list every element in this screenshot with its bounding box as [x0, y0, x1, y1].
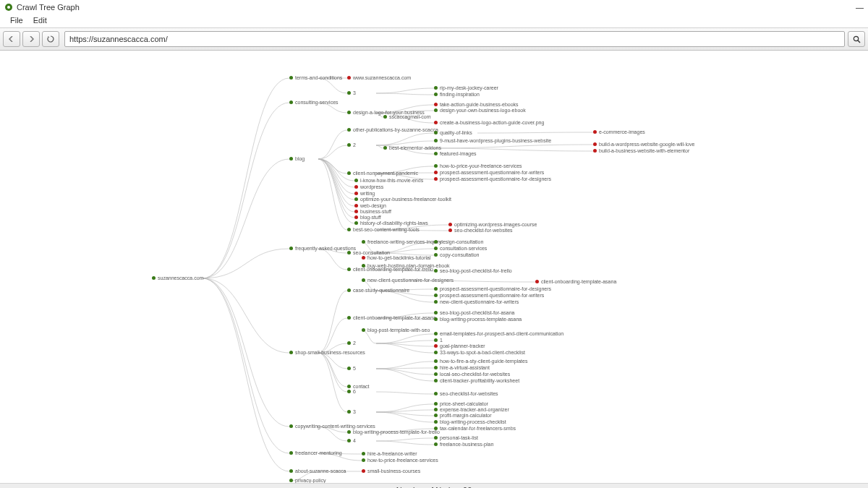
- graph-node[interactable]: contact: [347, 384, 370, 389]
- graph-node[interactable]: case-study-questionnaire: [347, 288, 409, 293]
- url-input[interactable]: [64, 31, 845, 47]
- graph-node[interactable]: finding-inspiration: [434, 92, 480, 97]
- graph-node[interactable]: hire-a-freelance-writer: [362, 451, 417, 456]
- graph-node[interactable]: quality-of-links: [434, 130, 472, 135]
- node-label: case-study-questionnaire: [353, 288, 409, 293]
- back-button[interactable]: [3, 31, 20, 47]
- graph-node[interactable]: i-know-how-this-movie-ends: [354, 178, 423, 183]
- graph-node[interactable]: design-your-own-business-logo-ebook: [434, 108, 526, 113]
- graph-node[interactable]: seo-blog-post-checklist-for-asana: [434, 310, 515, 315]
- graph-node[interactable]: how-to-price-freelance-services: [362, 458, 438, 463]
- graph-node[interactable]: prospect-assessment-questionnaire-for-de…: [434, 286, 551, 291]
- graph-node[interactable]: buy-web-hosting-plan-domain-ebook: [362, 263, 450, 268]
- graph-node[interactable]: writing: [354, 191, 375, 196]
- graph-node[interactable]: optimizing-wordpress-images-course: [448, 222, 537, 227]
- graph-node[interactable]: about-suzanne-scacca: [289, 468, 346, 474]
- graph-node[interactable]: take-action-guide-business-ebooks: [434, 102, 519, 107]
- graph-node[interactable]: sscaccagmail-com: [383, 114, 431, 119]
- graph-node[interactable]: suzannescacca.com: [152, 275, 203, 281]
- app-icon: [4, 3, 13, 12]
- node-dot-icon: [434, 93, 438, 96]
- graph-node[interactable]: seo-blog-post-checklist-for-trello: [434, 268, 512, 273]
- graph-node[interactable]: small-business-courses: [362, 468, 420, 474]
- graph-node[interactable]: hire-a-virtual-assistant: [434, 365, 490, 370]
- graph-node[interactable]: client-onboarding-template-asana: [535, 279, 616, 284]
- graph-node[interactable]: build-a-business-website-with-elementor: [593, 148, 689, 153]
- graph-node[interactable]: terms-and-conditions: [289, 75, 342, 80]
- graph-node[interactable]: client-tracker-profitability-worksheet: [434, 378, 519, 383]
- graph-node[interactable]: 5: [347, 366, 356, 371]
- graph-node[interactable]: 3: [347, 409, 356, 414]
- graph-node[interactable]: how-to-price-your-freelance-services: [434, 163, 522, 168]
- graph-node[interactable]: design-consultation: [434, 239, 483, 244]
- node-dot-icon: [347, 76, 351, 80]
- graph-node[interactable]: build-a-wordpress-website-google-will-lo…: [593, 142, 694, 147]
- graph-node[interactable]: copywriting-content-writing-services: [289, 424, 375, 429]
- graph-node[interactable]: freelance-business-plan: [434, 442, 493, 447]
- graph-node[interactable]: other-publications-by-suzanne-scacca: [347, 127, 438, 132]
- node-label: contact: [353, 384, 370, 389]
- minimize-icon[interactable]: —: [856, 3, 864, 12]
- graph-node[interactable]: e-commerce-images: [593, 129, 645, 134]
- graph-node[interactable]: business-stuff: [354, 209, 391, 214]
- graph-node[interactable]: goal-planner-tracker: [434, 343, 485, 348]
- graph-node[interactable]: expense-tracker-and-organizer: [434, 407, 509, 412]
- graph-node[interactable]: web-design: [354, 203, 386, 208]
- graph-node[interactable]: best-seo-content-writing-tools: [347, 227, 420, 232]
- graph-node[interactable]: blog-writing-process-template-for-trello: [347, 429, 440, 435]
- graph-node[interactable]: new-client-questionnaire-for-designers: [362, 278, 454, 283]
- graph-node[interactable]: 4: [347, 438, 356, 443]
- graph-node[interactable]: 3: [347, 90, 356, 95]
- graph-node[interactable]: 9-must-have-wordpress-plugins-business-w…: [434, 138, 551, 143]
- graph-node[interactable]: seo-checklist-for-websites: [434, 391, 498, 396]
- graph-node[interactable]: featured-images: [434, 151, 477, 156]
- graph-node[interactable]: 2: [347, 341, 356, 346]
- graph-node[interactable]: blog-stuff: [354, 215, 381, 220]
- graph-node[interactable]: how-to-get-backlinks-tutorial: [362, 255, 431, 260]
- graph-node[interactable]: blog-writing-process-checklist: [434, 419, 506, 424]
- graph-node[interactable]: 6: [347, 389, 356, 394]
- graph-node[interactable]: blog-writing-process-template-asana: [434, 317, 522, 322]
- graph-node[interactable]: optimize-your-business-freelancer-toolki…: [354, 197, 451, 202]
- graph-node[interactable]: 2: [347, 142, 356, 147]
- graph-node[interactable]: 33-ways-to-spot-a-bad-client-checklist: [434, 350, 525, 355]
- graph-node[interactable]: client-onboarding-template-for-asana: [347, 315, 436, 320]
- graph-canvas[interactable]: suzannescacca.comterms-and-conditionscon…: [0, 51, 868, 483]
- graph-node[interactable]: tax-calendar-for-freelancers-smbs: [434, 426, 516, 431]
- graph-node[interactable]: how-to-fire-a-sty-client-guide-templates: [434, 359, 527, 364]
- graph-node[interactable]: freelancer-mentoring: [289, 450, 342, 455]
- graph-node[interactable]: create-a-business-logo-action-guide-cove…: [434, 120, 544, 125]
- graph-node[interactable]: shop-small-business-resources: [289, 350, 365, 355]
- graph-node[interactable]: prospect-assessment-questionnaire-for-de…: [434, 176, 551, 181]
- graph-node[interactable]: seo-consultation: [347, 250, 390, 255]
- graph-node[interactable]: consultation-services: [434, 246, 487, 251]
- graph-node[interactable]: privacy-policy: [289, 478, 326, 483]
- graph-node[interactable]: 1: [434, 338, 443, 343]
- menu-edit[interactable]: Edit: [33, 16, 47, 25]
- graph-node[interactable]: new-client-questionnaire-for-writers: [434, 299, 519, 304]
- search-button[interactable]: [848, 31, 865, 47]
- graph-node[interactable]: prospect-assessment-questionnaire-for-wr…: [434, 170, 544, 175]
- graph-node[interactable]: client-nonpayment-pandemic: [347, 171, 418, 176]
- menu-file[interactable]: File: [10, 16, 23, 25]
- graph-node[interactable]: best-elementor-addons: [383, 145, 441, 150]
- graph-node[interactable]: blog: [289, 156, 305, 161]
- graph-node[interactable]: rip-my-desk-jockey-career: [434, 85, 498, 90]
- graph-node[interactable]: copy-consultation: [434, 252, 479, 257]
- graph-node[interactable]: profit-margin-calculator: [434, 413, 492, 418]
- graph-node[interactable]: wordpress: [354, 184, 383, 189]
- graph-node[interactable]: price-sheet-calculator: [434, 401, 488, 406]
- forward-button[interactable]: [22, 31, 40, 47]
- graph-node[interactable]: blog-post-template-with-seo: [362, 328, 430, 333]
- graph-node[interactable]: frequently-asked-questions: [289, 246, 356, 251]
- graph-node[interactable]: history-of-disability-rights-laws: [354, 221, 428, 226]
- graph-node[interactable]: prospect-assessment-questionnaire-for-wr…: [434, 293, 544, 298]
- graph-node[interactable]: www.suzannescacca.com: [347, 75, 411, 80]
- graph-node[interactable]: freelance-writing-services-inquiry: [362, 239, 441, 244]
- graph-node[interactable]: email-templates-for-prospect-and-client-…: [434, 331, 563, 336]
- graph-node[interactable]: personal-task-list: [434, 435, 478, 440]
- graph-node[interactable]: seo-checklist-for-websites: [448, 228, 513, 233]
- reload-button[interactable]: [42, 31, 59, 47]
- graph-node[interactable]: consulting-services: [289, 100, 339, 105]
- graph-node[interactable]: local-seo-checklist-for-websites: [434, 372, 510, 377]
